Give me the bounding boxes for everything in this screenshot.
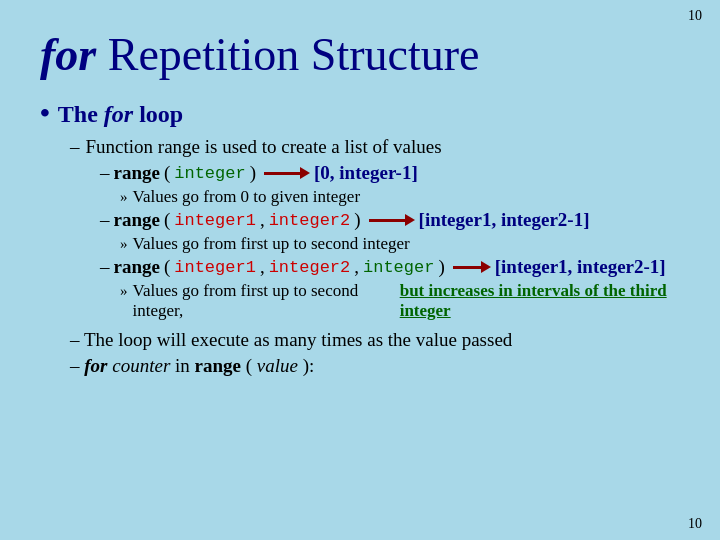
arrow-line1 — [264, 172, 300, 175]
arrow-line3 — [453, 266, 481, 269]
sub-bullet2-text: » Values go from first up to second inte… — [120, 234, 690, 254]
chevron3: » — [120, 283, 128, 300]
arrow-head2 — [405, 214, 415, 226]
page-number-bottom: 10 — [688, 516, 702, 532]
range1-paren-close: ) — [250, 162, 256, 184]
bullet-dot: • — [40, 99, 50, 127]
range3-dash: – — [100, 256, 110, 278]
sub-bullet3-text: » Values go from first up to second inte… — [120, 281, 690, 321]
sub-bullet1-text: » Values go from 0 to given integer — [120, 187, 690, 207]
page-number-top: 10 — [688, 8, 702, 24]
for-counter-dash: – — [70, 355, 84, 376]
sub-bullet1: » Values go from 0 to given integer — [70, 187, 690, 207]
range2-param1: integer1 — [174, 211, 256, 230]
for-counter-counter: counter — [107, 355, 170, 376]
bullet-the-for-loop: • The for loop — [40, 99, 690, 128]
range3-paren-close: ) — [438, 256, 444, 278]
range3-param3: integer — [363, 258, 434, 277]
range2-dash: – — [100, 209, 110, 231]
range2-paren-close: ) — [354, 209, 360, 231]
range3-line: – range ( integer1, integer2, integer ) … — [100, 256, 690, 278]
range3-comma2: , — [354, 256, 359, 278]
arrow-head3 — [481, 261, 491, 273]
range2-arrow — [369, 214, 415, 226]
bullet-label: The for loop — [58, 101, 183, 128]
range3-comma1: , — [260, 256, 265, 278]
function-range-text: Function range is used to create a list … — [86, 136, 442, 158]
chevron2: » — [120, 236, 128, 253]
the-text: The — [58, 101, 104, 127]
loop-will-text: – The loop will execute as many times as… — [70, 329, 690, 351]
range2-container: – range ( integer1, integer2 ) [integer1… — [70, 209, 690, 231]
range3-container: – range ( integer1, integer2, integer ) … — [70, 256, 690, 278]
sub-bullet3-green: but increases in intervals of the third … — [400, 281, 690, 321]
sub-bullet2-label: Values go from first up to second intege… — [133, 234, 410, 254]
chevron1: » — [120, 189, 128, 206]
for-counter-for: for — [84, 355, 107, 376]
content-area: • The for loop – Function range is used … — [30, 99, 690, 377]
title-rest: Repetition Structure — [96, 29, 479, 80]
for-counter-range: range — [190, 355, 241, 376]
function-range-item: – Function range is used to create a lis… — [70, 136, 690, 158]
range2-line: – range ( integer1, integer2 ) [integer1… — [100, 209, 690, 231]
for-counter-paren-open: ( — [241, 355, 252, 376]
slide: 10 for Repetition Structure • The for lo… — [0, 0, 720, 540]
for-counter-paren-close: ): — [298, 355, 314, 376]
loop-text: loop — [133, 101, 183, 127]
arrow-line2 — [369, 219, 405, 222]
sub-bullet1-label: Values go from 0 to given integer — [133, 187, 361, 207]
range2-keyword: range — [114, 209, 160, 231]
slide-title: for Repetition Structure — [30, 28, 690, 81]
range2-bracket: [integer1, integer2-1] — [419, 209, 590, 231]
sub-items: – Function range is used to create a lis… — [40, 136, 690, 377]
range3-bracket: [integer1, integer2-1] — [495, 256, 666, 278]
range1-param: integer — [174, 164, 245, 183]
title-for: for — [40, 29, 96, 80]
for-keyword: for — [104, 101, 133, 127]
range1-bracket: [0, integer-1] — [314, 162, 418, 184]
for-counter-line: – for counter in range ( value ): — [70, 355, 690, 377]
range1-dash: – — [100, 162, 110, 184]
sub-bullet3-plain: Values go from first up to second intege… — [133, 281, 386, 321]
range3-paren-open: ( — [164, 256, 170, 278]
arrow-head1 — [300, 167, 310, 179]
range1-paren-open: ( — [164, 162, 170, 184]
range3-param2: integer2 — [269, 258, 351, 277]
range2-param2: integer2 — [269, 211, 351, 230]
for-counter-in: in — [170, 355, 190, 376]
range3-keyword: range — [114, 256, 160, 278]
range1-keyword: range — [114, 162, 160, 184]
loop-will-content: – The loop will execute as many times as… — [70, 329, 512, 350]
range2-comma: , — [260, 209, 265, 231]
sub-bullet2: » Values go from first up to second inte… — [70, 234, 690, 254]
sub-bullet3: » Values go from first up to second inte… — [70, 281, 690, 321]
dash1: – — [70, 136, 80, 158]
for-counter-value: value — [252, 355, 298, 376]
range3-arrow — [453, 261, 491, 273]
range1-arrow — [264, 167, 310, 179]
range2-paren-open: ( — [164, 209, 170, 231]
range1-line: – range ( integer ) [0, integer-1] — [100, 162, 690, 184]
range3-param1: integer1 — [174, 258, 256, 277]
range1-container: – range ( integer ) [0, integer-1] — [70, 162, 690, 184]
